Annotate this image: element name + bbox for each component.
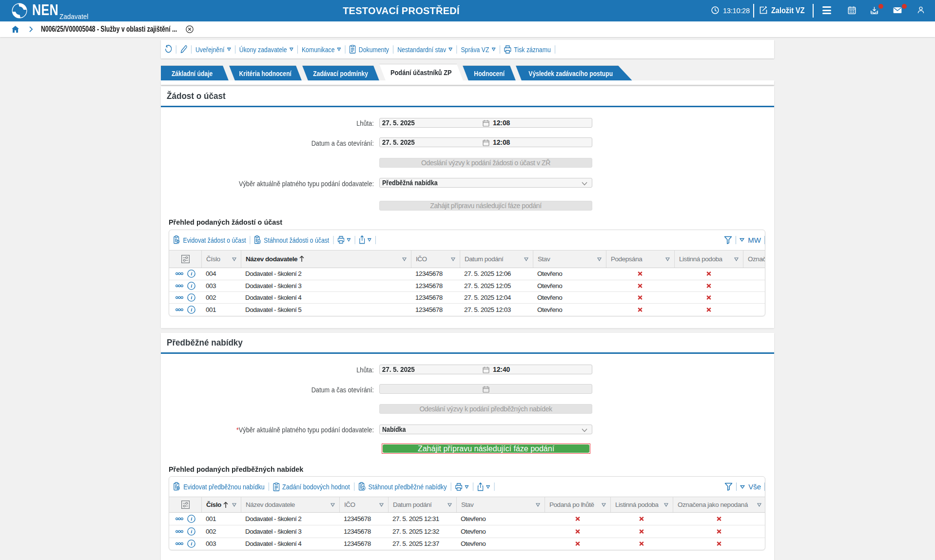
svg-text:i: i <box>191 270 193 276</box>
svg-text:i: i <box>191 294 193 300</box>
svg-text:i: i <box>191 283 193 289</box>
svg-text:i: i <box>191 541 193 546</box>
svg-text:i: i <box>191 307 193 312</box>
svg-text:i: i <box>191 528 193 534</box>
svg-text:i: i <box>191 516 193 521</box>
